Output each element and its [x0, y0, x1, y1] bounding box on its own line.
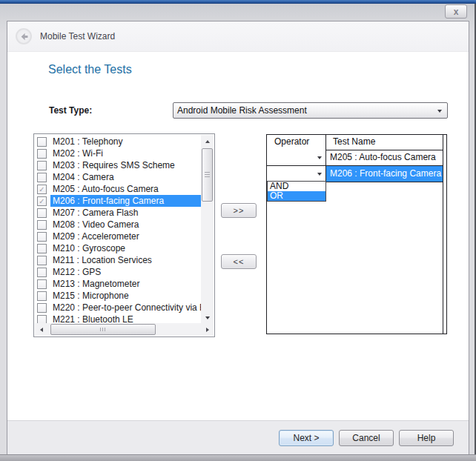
available-tests-list: M201 : TelephonyM202 : Wi-FiM203 : Requi… [35, 136, 201, 323]
remove-tests-button[interactable]: << [221, 254, 257, 269]
chevron-down-icon [437, 110, 442, 113]
test-label: M221 : Bluetooth LE [50, 314, 201, 323]
wizard-dialog: Mobile Test Wizard Select the Tests Test… [7, 21, 469, 455]
scroll-up-button[interactable] [201, 135, 214, 147]
vertical-scrollbar-thumb[interactable] [202, 148, 213, 202]
selected-tests-grid: Operator Test Name M205 : Auto-focus Cam… [266, 134, 447, 334]
test-label: M220 : Peer-to-peer Connectivity via Blu… [50, 302, 201, 314]
test-checkbox[interactable] [37, 208, 47, 218]
wizard-footer: Next > Cancel Help [7, 420, 469, 454]
next-button[interactable]: Next > [279, 430, 334, 446]
scroll-down-button[interactable] [201, 311, 214, 324]
grid-rows: M205 : Auto-focus CameraM206 : Front-fac… [267, 150, 443, 182]
test-checkbox[interactable] [37, 279, 47, 289]
test-name-cell: M205 : Auto-focus Camera [326, 150, 443, 165]
test-checkbox[interactable] [37, 315, 47, 324]
grid-right-divider [443, 135, 443, 334]
titlebar-accent [0, 0, 476, 4]
close-button[interactable]: x [445, 4, 467, 19]
window-bottom-edge [0, 454, 476, 461]
test-label: M211 : Location Services [50, 254, 201, 266]
available-test-item[interactable]: ✓M206 : Front-facing Camera [35, 195, 201, 207]
test-label: M207 : Camera Flash [50, 207, 201, 219]
scroll-left-icon [40, 328, 43, 332]
test-checkbox[interactable] [37, 149, 47, 159]
test-checkbox[interactable] [37, 256, 47, 265]
grid-header-row: Operator Test Name [267, 135, 443, 150]
back-icon[interactable] [16, 28, 32, 44]
add-tests-button[interactable]: >> [221, 203, 257, 218]
operator-column-header: Operator [267, 135, 326, 150]
available-test-item[interactable]: M212 : GPS [35, 266, 201, 278]
scroll-up-icon [205, 140, 210, 143]
test-checkbox[interactable] [37, 232, 47, 242]
wizard-title: Mobile Test Wizard [40, 31, 115, 42]
test-type-label: Test Type: [49, 105, 92, 116]
test-label: M205 : Auto-focus Camera [50, 183, 201, 195]
available-test-item[interactable]: M204 : Camera [35, 171, 201, 183]
mobile-test-wizard-window: x Mobile Test Wizard Select the Tests Te… [0, 0, 476, 461]
available-tests-listbox: M201 : TelephonyM202 : Wi-FiM203 : Requi… [33, 133, 215, 337]
test-label: M209 : Accelerometer [50, 230, 201, 242]
test-type-select[interactable]: Android Mobile Risk Assessment [173, 102, 448, 119]
selected-test-row[interactable]: M206 : Front-facing Camera [267, 166, 443, 182]
test-label: M202 : Wi-Fi [50, 147, 201, 159]
available-test-item[interactable]: M210 : Gyroscope [35, 242, 201, 254]
available-test-item[interactable]: ✓M205 : Auto-focus Camera [35, 183, 201, 195]
cancel-button[interactable]: Cancel [339, 430, 394, 446]
available-test-item[interactable]: M202 : Wi-Fi [35, 147, 201, 159]
dropdown-arrow-icon [317, 156, 322, 159]
operator-cell-select[interactable] [267, 166, 326, 182]
test-checkbox[interactable] [37, 137, 47, 147]
available-test-item[interactable]: M220 : Peer-to-peer Connectivity via Blu… [35, 302, 201, 314]
scroll-down-icon [205, 316, 210, 319]
test-checkbox[interactable] [37, 161, 47, 170]
available-test-item[interactable]: M211 : Location Services [35, 254, 201, 266]
available-test-item[interactable]: M207 : Camera Flash [35, 207, 201, 219]
test-name-cell: M206 : Front-facing Camera [326, 166, 443, 182]
test-checkbox[interactable] [37, 244, 47, 253]
available-test-item[interactable]: M209 : Accelerometer [35, 230, 201, 242]
scroll-left-button[interactable] [35, 323, 47, 336]
test-label: M203 : Requires SMS Scheme [50, 159, 201, 171]
operator-option[interactable]: OR [268, 191, 325, 201]
test-label: M215 : Microphone [50, 290, 201, 302]
test-label: M210 : Gyroscope [50, 242, 201, 254]
scroll-right-button[interactable] [201, 323, 214, 336]
wizard-header: Mobile Test Wizard [7, 21, 469, 52]
vertical-scrollbar[interactable] [201, 135, 214, 324]
available-test-item[interactable]: M213 : Magnetometer [35, 278, 201, 290]
test-name-column-header: Test Name [326, 135, 443, 150]
operator-cell-select[interactable] [267, 150, 326, 165]
test-label: M213 : Magnetometer [50, 278, 201, 290]
test-checkbox[interactable] [37, 220, 47, 230]
test-label: M201 : Telephony [50, 136, 201, 147]
help-button[interactable]: Help [399, 430, 454, 446]
test-checkbox[interactable] [37, 173, 47, 182]
test-checkbox[interactable]: ✓ [37, 185, 47, 194]
selected-test-row[interactable]: M205 : Auto-focus Camera [267, 150, 443, 166]
test-checkbox[interactable]: ✓ [37, 196, 47, 206]
horizontal-scrollbar-thumb[interactable] [50, 324, 156, 335]
test-label: M204 : Camera [50, 171, 201, 183]
dropdown-arrow-icon [317, 173, 322, 176]
page-title: Select the Tests [48, 63, 132, 76]
available-test-item[interactable]: M203 : Requires SMS Scheme [35, 159, 201, 171]
available-test-item[interactable]: M215 : Microphone [35, 290, 201, 302]
test-label: M206 : Front-facing Camera [50, 195, 201, 207]
horizontal-scrollbar[interactable] [35, 323, 214, 336]
available-test-item[interactable]: M201 : Telephony [35, 136, 201, 147]
test-label: M208 : Video Camera [50, 219, 201, 230]
wizard-content: Select the Tests Test Type: Android Mobi… [7, 52, 469, 420]
available-test-item[interactable]: M208 : Video Camera [35, 219, 201, 230]
scroll-right-icon [206, 328, 209, 332]
test-checkbox[interactable] [37, 268, 47, 277]
test-checkbox[interactable] [37, 291, 47, 301]
test-label: M212 : GPS [50, 266, 201, 278]
operator-dropdown-list: ANDOR [267, 181, 326, 202]
test-type-value: Android Mobile Risk Assessment [177, 105, 307, 116]
available-test-item[interactable]: M221 : Bluetooth LE [35, 314, 201, 323]
test-checkbox[interactable] [37, 303, 47, 313]
back-arrow-glyph [20, 33, 28, 41]
